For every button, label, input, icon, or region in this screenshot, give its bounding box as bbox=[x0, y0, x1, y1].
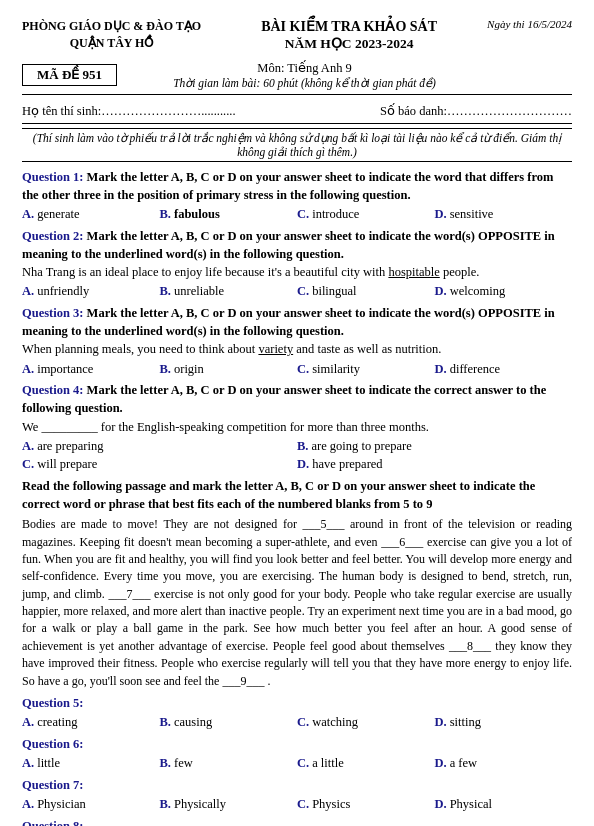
q5-a: A. creating bbox=[22, 713, 160, 732]
q2-d: D. welcoming bbox=[435, 282, 573, 301]
ma-de-label: MÃ ĐỀ 951 bbox=[22, 64, 117, 86]
q4-c-text: will prepare bbox=[37, 455, 97, 474]
q6-a-text: little bbox=[37, 754, 60, 773]
q4-b: B. are going to prepare bbox=[297, 437, 572, 456]
q4-label: Question 4: bbox=[22, 383, 83, 397]
q3-b: B. origin bbox=[160, 360, 298, 379]
q1-c-text: introduce bbox=[312, 205, 359, 224]
exam-year: NĂM HỌC 2023-2024 bbox=[211, 35, 487, 52]
q2-d-text: welcoming bbox=[450, 282, 506, 301]
q1-d: D. sensitive bbox=[435, 205, 573, 224]
q5-c-text: watching bbox=[312, 713, 358, 732]
q3-a: A. importance bbox=[22, 360, 160, 379]
q7-d: D. Physical bbox=[435, 795, 573, 814]
q7-a-text: Physician bbox=[37, 795, 86, 814]
q5-b-text: causing bbox=[174, 713, 212, 732]
q3-context: When planning meals, you need to think a… bbox=[22, 342, 441, 356]
q4-a-text: are preparing bbox=[37, 437, 103, 456]
q1-b-label: B. bbox=[160, 205, 171, 224]
q2-b: B. unreliable bbox=[160, 282, 298, 301]
q2-a-label: A. bbox=[22, 282, 34, 301]
q7-c-label: C. bbox=[297, 795, 309, 814]
question-7: Question 7: A. Physician B. Physically C… bbox=[22, 776, 572, 814]
q1-a: A. generate bbox=[22, 205, 160, 224]
q5-d-label: D. bbox=[435, 713, 447, 732]
school-dept: PHÒNG GIÁO DỤC & ĐÀO TẠO bbox=[22, 19, 201, 33]
subject-block: Môn: Tiếng Anh 9 Thời gian làm bài: 60 p… bbox=[173, 56, 436, 90]
q2-c: C. bilingual bbox=[297, 282, 435, 301]
q5-answers: A. creating B. causing C. watching D. si… bbox=[22, 713, 572, 732]
q3-d-text: difference bbox=[450, 360, 500, 379]
student-info: Họ tên thí sinh:……………………........... Số b… bbox=[22, 103, 572, 119]
q7-b-label: B. bbox=[160, 795, 171, 814]
q1-d-text: sensitive bbox=[450, 205, 494, 224]
q2-text: Mark the letter A, B, C or D on your ans… bbox=[22, 229, 555, 261]
q6-answers: A. little B. few C. a little D. a few bbox=[22, 754, 572, 773]
instruction-text: (Thí sinh làm vào tờ phiếu trả lời trắc … bbox=[33, 132, 561, 158]
q3-b-label: B. bbox=[160, 360, 171, 379]
q6-label: Question 6: bbox=[22, 737, 83, 751]
date: Ngày thi 16/5/2024 bbox=[487, 18, 572, 30]
q2-answers: A. unfriendly B. unreliable C. bilingual… bbox=[22, 282, 572, 301]
q4-context: We _________ for the English-speaking co… bbox=[22, 420, 429, 434]
q4-a-label: A. bbox=[22, 437, 34, 456]
q8-label: Question 8: bbox=[22, 819, 83, 826]
student-id-label: Số báo danh:………………………… bbox=[380, 103, 572, 119]
question-6: Question 6: A. little B. few C. a little… bbox=[22, 735, 572, 773]
q2-a: A. unfriendly bbox=[22, 282, 160, 301]
q5-a-text: creating bbox=[37, 713, 77, 732]
q2-c-text: bilingual bbox=[312, 282, 356, 301]
q1-c: C. introduce bbox=[297, 205, 435, 224]
page-container: PHÒNG GIÁO DỤC & ĐÀO TẠO QUẬN TÂY HỒ BÀI… bbox=[22, 18, 572, 826]
q6-a: A. little bbox=[22, 754, 160, 773]
q5-d-text: sitting bbox=[450, 713, 481, 732]
question-1: Question 1: Mark the letter A, B, C or D… bbox=[22, 168, 572, 224]
q7-answers: A. Physician B. Physically C. Physics D.… bbox=[22, 795, 572, 814]
instruction-box: (Thí sinh làm vào tờ phiếu trả lời trắc … bbox=[22, 128, 572, 162]
time-label: Thời gian làm bài: 60 phút (không kể thờ… bbox=[173, 76, 436, 90]
q4-b-text: are going to prepare bbox=[311, 437, 411, 456]
q3-text: Mark the letter A, B, C or D on your ans… bbox=[22, 306, 555, 338]
q6-c-label: C. bbox=[297, 754, 309, 773]
q5-b: B. causing bbox=[160, 713, 298, 732]
question-8: Question 8: A. but B. when C. otherwise … bbox=[22, 817, 572, 826]
q1-a-text: generate bbox=[37, 205, 79, 224]
q2-underline: hospitable bbox=[388, 265, 439, 279]
q4-b-label: B. bbox=[297, 437, 308, 456]
q6-d-text: a few bbox=[450, 754, 477, 773]
q4-text: Mark the letter A, B, C or D on your ans… bbox=[22, 383, 546, 415]
q1-d-label: D. bbox=[435, 205, 447, 224]
q4-d: D. have prepared bbox=[297, 455, 572, 474]
q7-label: Question 7: bbox=[22, 778, 83, 792]
question-4: Question 4: Mark the letter A, B, C or D… bbox=[22, 381, 572, 474]
q5-b-label: B. bbox=[160, 713, 171, 732]
q3-c: C. similarity bbox=[297, 360, 435, 379]
question-2: Question 2: Mark the letter A, B, C or D… bbox=[22, 227, 572, 301]
header-left: PHÒNG GIÁO DỤC & ĐÀO TẠO QUẬN TÂY HỒ bbox=[22, 18, 201, 52]
q7-a: A. Physician bbox=[22, 795, 160, 814]
q4-d-text: have prepared bbox=[312, 455, 382, 474]
q6-a-label: A. bbox=[22, 754, 34, 773]
q7-c-text: Physics bbox=[312, 795, 350, 814]
q7-c: C. Physics bbox=[297, 795, 435, 814]
q3-underline: variety bbox=[258, 342, 293, 356]
ma-de-box: MÃ ĐỀ 951 bbox=[22, 60, 117, 86]
q7-a-label: A. bbox=[22, 795, 34, 814]
q1-c-label: C. bbox=[297, 205, 309, 224]
q6-d: D. a few bbox=[435, 754, 573, 773]
district: QUẬN TÂY HỒ bbox=[70, 36, 154, 50]
q1-answers: A. generate B. fabulous C. introduce D. … bbox=[22, 205, 572, 224]
q2-b-label: B. bbox=[160, 282, 171, 301]
q6-d-label: D. bbox=[435, 754, 447, 773]
q5-label: Question 5: bbox=[22, 696, 83, 710]
passage-instruction: Read the following passage and mark the … bbox=[22, 478, 572, 513]
q2-c-label: C. bbox=[297, 282, 309, 301]
q7-b-text: Physically bbox=[174, 795, 226, 814]
header-center: BÀI KIỂM TRA KHẢO SÁT NĂM HỌC 2023-2024 bbox=[201, 18, 487, 52]
q4-answers: A. are preparing B. are going to prepare… bbox=[22, 437, 572, 475]
q5-d: D. sitting bbox=[435, 713, 573, 732]
q3-a-label: A. bbox=[22, 360, 34, 379]
q1-a-label: A. bbox=[22, 205, 34, 224]
q3-b-text: origin bbox=[174, 360, 204, 379]
q6-b-text: few bbox=[174, 754, 193, 773]
